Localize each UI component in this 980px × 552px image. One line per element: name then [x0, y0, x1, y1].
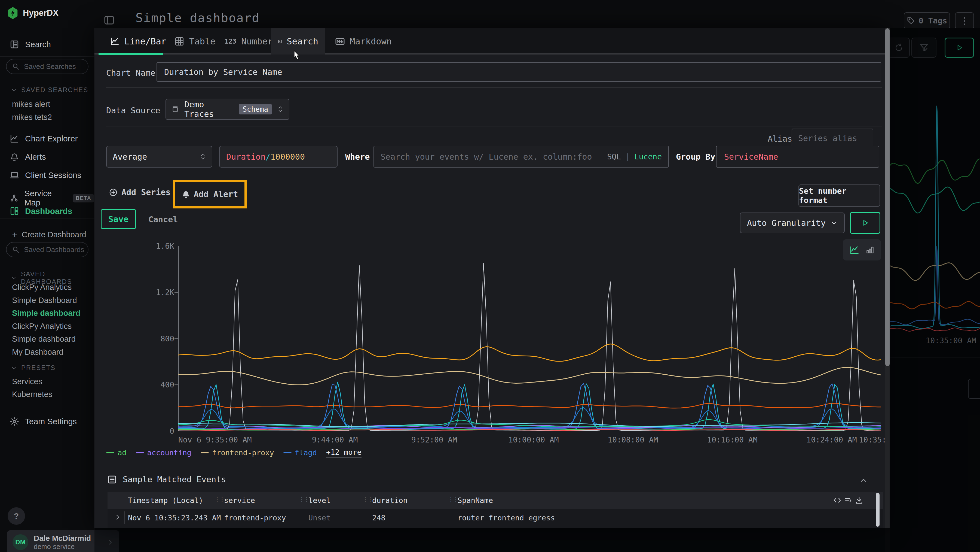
service-map-icon	[10, 193, 19, 203]
divider	[106, 87, 882, 88]
col-header-level[interactable]: level	[309, 496, 331, 504]
expand-row-icon[interactable]	[114, 514, 121, 521]
sidebar-item-dashboards[interactable]: Dashboards	[10, 206, 72, 216]
group-by-input[interactable]: ServiceName	[716, 146, 879, 168]
modal-scrollbar-thumb[interactable]	[885, 28, 889, 366]
cancel-button[interactable]: Cancel	[148, 215, 178, 224]
sidebar-dashboard-item-active[interactable]: Simple dashboard	[12, 309, 80, 318]
sidebar-item-mikes-alert[interactable]: mikes alert	[12, 100, 50, 109]
drag-handle-icon[interactable]: ⋮⋮	[214, 496, 224, 503]
top-bar: HyperDX Simple dashboard 0 Tags ⋮	[0, 0, 980, 28]
save-button[interactable]: Save	[101, 209, 136, 229]
presets-section[interactable]: PRESETS	[11, 364, 56, 372]
legend-item[interactable]: ad	[106, 448, 127, 457]
event-row[interactable]: Nov 6 10:35:23.243 AM frontend-proxy Uns…	[108, 526, 883, 528]
user-menu[interactable]: DM Dale McDiarmid demo-service -	[7, 530, 119, 552]
sample-events-header[interactable]: Sample Matched Events	[108, 475, 226, 484]
refresh-button[interactable]	[888, 38, 910, 58]
sidebar-item-chart-explorer[interactable]: Chart Explorer	[10, 134, 78, 143]
tab-markdown[interactable]: Markdown	[328, 28, 399, 54]
chart-editor-modal: Line/Bar Table 123 Number Search Markdow…	[94, 28, 885, 528]
sidebar-dashboard-item[interactable]: ClickPy Analytics	[12, 322, 72, 331]
legend-more-link[interactable]: +12 more	[326, 448, 361, 458]
run-chart-button[interactable]	[850, 212, 880, 234]
mouse-cursor	[290, 49, 302, 64]
saved-dashboards-input[interactable]: Saved Dashboards	[6, 242, 89, 257]
sidebar-dashboard-item[interactable]: Simple dashboard	[12, 335, 76, 343]
chart-series-bg	[890, 159, 980, 183]
tab-table[interactable]: Table	[167, 28, 223, 54]
search-list-icon	[278, 37, 282, 46]
chart-series-bg	[890, 106, 980, 329]
tab-number[interactable]: 123 Number	[218, 28, 280, 54]
y-tick: 0	[153, 427, 174, 436]
sidebar-item-label: Search	[25, 40, 51, 49]
drag-handle-icon[interactable]: ⋮⋮	[448, 496, 458, 503]
legend-item[interactable]: accounting	[136, 448, 192, 457]
legend-item[interactable]: frontend-proxy	[200, 448, 274, 457]
sort-lines-icon[interactable]	[844, 496, 852, 504]
where-input[interactable]: Search your events w/ Lucene ex. column:…	[374, 146, 669, 168]
background-chart	[890, 90, 980, 338]
aggregation-select[interactable]: Average	[106, 146, 212, 168]
sidebar-item-team-settings[interactable]: Team Settings	[10, 417, 77, 426]
kebab-menu-button[interactable]: ⋮	[955, 12, 974, 29]
data-source-select[interactable]: Demo Traces Schema	[165, 99, 290, 120]
sidebar-dashboard-item[interactable]: My Dashboard	[12, 348, 64, 357]
add-alert-button[interactable]: Add Alert	[182, 189, 238, 199]
tags-button[interactable]: 0 Tags	[904, 12, 950, 29]
x-tick: 10:35:00 AM	[859, 436, 885, 444]
add-series-button[interactable]: Add Series	[109, 187, 171, 197]
dashboards-icon	[10, 206, 19, 216]
lucene-mode-button[interactable]: Lucene	[634, 152, 662, 161]
sidebar-item-search[interactable]: Search	[10, 40, 51, 49]
sidebar-item-service-map[interactable]: Service Map BETA	[10, 189, 94, 207]
run-query-button[interactable]	[945, 38, 974, 58]
drag-handle-icon[interactable]: ⋮⋮	[299, 496, 309, 503]
saved-searches-input[interactable]: Saved Searches	[6, 59, 89, 74]
col-header-service[interactable]: service	[224, 496, 255, 504]
x-tick: 10:24:00 AM	[806, 436, 857, 444]
chart-series-dark-orange	[178, 403, 881, 408]
active-tab-underline	[99, 53, 163, 55]
laptop-icon	[10, 171, 19, 180]
background-dashboard: 10:35:00 AM	[890, 28, 980, 552]
where-label: Where	[345, 152, 370, 161]
tab-line-bar[interactable]: Line/Bar	[103, 28, 173, 54]
create-dashboard-button[interactable]: + Create Dashboard	[12, 230, 86, 240]
background-button-fragment	[968, 379, 980, 399]
granularity-select[interactable]: Auto Granularity	[740, 212, 845, 233]
sidebar-collapse-icon[interactable]	[103, 14, 115, 26]
field-input[interactable]: Duration/1000000	[219, 146, 337, 168]
saved-dashboards-placeholder: Saved Dashboards	[24, 246, 84, 254]
sidebar-item-alerts[interactable]: Alerts	[10, 152, 46, 161]
sidebar-item-mikes-tets2[interactable]: mikes tets2	[12, 113, 52, 122]
chart-name-input[interactable]: Duration by Service Name	[156, 62, 881, 82]
cell-spanname: router frontend egress	[458, 514, 555, 522]
col-header-timestamp[interactable]: Timestamp (Local)	[128, 496, 203, 504]
help-button[interactable]: ?	[8, 507, 25, 525]
drag-handle-icon[interactable]: ⋮⋮	[362, 496, 372, 503]
set-number-format-button[interactable]: Set number format	[799, 185, 880, 207]
page-title[interactable]: Simple dashboard	[135, 11, 260, 25]
hyperdx-logo-icon	[8, 7, 18, 19]
saved-searches-section[interactable]: SAVED SEARCHES	[11, 86, 88, 94]
sidebar-dashboard-item[interactable]: ClickPy Analytics	[12, 283, 72, 292]
legend-item[interactable]: flagd	[283, 448, 317, 457]
col-header-duration[interactable]: duration	[372, 496, 407, 504]
sidebar-preset-kubernetes[interactable]: Kubernetes	[12, 390, 52, 399]
sidebar-item-client-sessions[interactable]: Client Sessions	[10, 171, 81, 180]
brand[interactable]: HyperDX	[8, 7, 59, 19]
event-row[interactable]: Nov 6 10:35:23.243 AM frontend-proxy Uns…	[108, 509, 883, 526]
alias-input[interactable]: Series alias	[792, 129, 873, 148]
download-icon[interactable]	[855, 496, 863, 504]
chevron-down-icon	[11, 275, 17, 281]
sidebar-preset-services[interactable]: Services	[12, 377, 42, 386]
filter-button[interactable]	[912, 38, 937, 58]
sql-mode-button[interactable]: SQL	[607, 152, 621, 161]
gear-icon	[10, 417, 19, 426]
collapse-panel-icon[interactable]	[859, 477, 867, 485]
col-header-spanname[interactable]: SpanName	[458, 496, 493, 504]
code-view-icon[interactable]	[833, 496, 842, 504]
sidebar-dashboard-item[interactable]: Simple Dashboard	[12, 296, 77, 305]
